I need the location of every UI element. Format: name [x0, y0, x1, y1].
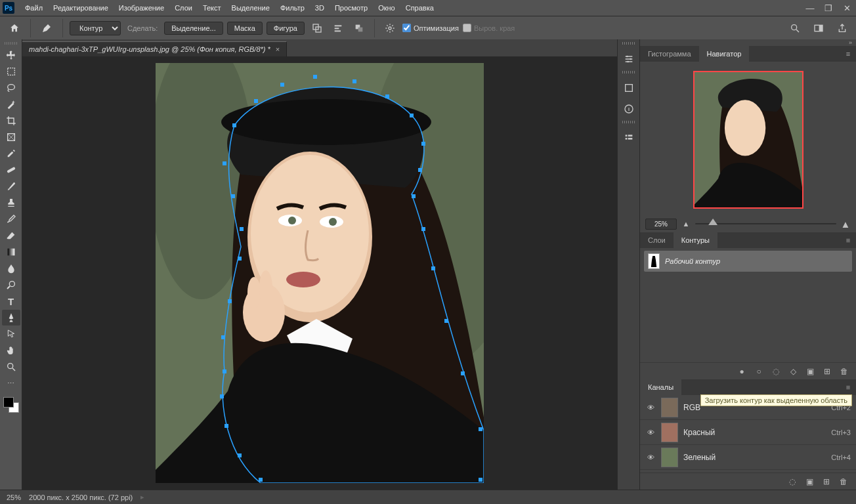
info-panel-icon-btn[interactable]: i	[620, 100, 638, 118]
navigator-preview[interactable]	[640, 62, 856, 215]
delete-path-icon[interactable]: 🗑	[838, 365, 851, 378]
heal-tool[interactable]	[2, 162, 20, 178]
brush-tool[interactable]	[2, 178, 20, 194]
channels-menu-icon[interactable]: ≡	[840, 379, 856, 395]
share-button[interactable]	[834, 20, 851, 37]
tab-layers[interactable]: Слои	[640, 232, 674, 248]
make-mask-button[interactable]: Маска	[227, 22, 263, 35]
path-align-button[interactable]	[330, 20, 347, 37]
foreground-color[interactable]	[3, 397, 14, 408]
search-icon	[790, 23, 800, 33]
add-mask-from-path-icon[interactable]: ▣	[803, 365, 817, 378]
menu-help[interactable]: Справка	[400, 0, 439, 16]
tab-histogram[interactable]: Гистограмма	[640, 46, 699, 62]
close-button[interactable]: ✕	[838, 0, 856, 16]
workspace-button[interactable]	[810, 20, 827, 37]
make-selection-button[interactable]: Выделение...	[164, 22, 223, 35]
color-panel-icon-btn[interactable]	[620, 50, 638, 68]
libraries-panel-icon-btn[interactable]	[620, 129, 638, 147]
toolbox-grip[interactable]	[5, 42, 18, 45]
navigator-zoom-slider[interactable]	[695, 223, 836, 224]
strip-grip-2[interactable]	[622, 71, 635, 74]
history-brush-tool[interactable]	[2, 211, 20, 227]
make-shape-button[interactable]: Фигура	[267, 22, 305, 35]
zoom-in-icon[interactable]: ▲	[840, 219, 851, 230]
channel-row[interactable]: 👁КрасныйCtrl+3	[640, 420, 856, 445]
path-arrange-button[interactable]	[351, 20, 368, 37]
zoom-tool[interactable]	[2, 359, 20, 375]
path-row-working[interactable]: Рабочий контур	[644, 251, 852, 272]
strip-grip-3[interactable]	[622, 121, 635, 123]
maximize-button[interactable]: ❐	[819, 0, 838, 16]
path-mode-dropdown[interactable]: Контур	[70, 21, 121, 35]
status-chevron-icon[interactable]: ▸	[140, 493, 144, 501]
eyedropper-tool[interactable]	[2, 146, 20, 161]
visibility-toggle-icon[interactable]: 👁	[645, 404, 656, 411]
menu-file[interactable]: Файл	[20, 0, 48, 16]
strip-grip[interactable]	[622, 42, 635, 45]
pen-tool[interactable]	[2, 310, 20, 326]
tab-channels[interactable]: Каналы	[640, 379, 681, 395]
optimize-checkbox-row[interactable]: Оптимизация	[402, 24, 459, 32]
save-selection-channel-icon[interactable]: ▣	[803, 476, 815, 488]
navigator-zoom-value[interactable]: 25%	[645, 219, 677, 230]
gear-button[interactable]	[381, 20, 398, 37]
hand-tool[interactable]	[2, 343, 20, 358]
menu-3d[interactable]: 3D	[310, 0, 330, 16]
optimize-checkbox[interactable]	[402, 24, 411, 32]
menu-window[interactable]: Окно	[373, 0, 400, 16]
wand-tool[interactable]	[2, 96, 20, 112]
delete-channel-icon[interactable]: 🗑	[838, 476, 849, 488]
tab-navigator[interactable]: Навигатор	[699, 46, 750, 62]
menu-filter[interactable]: Фильтр	[275, 0, 310, 16]
stamp-tool[interactable]	[2, 195, 20, 211]
load-path-selection-icon[interactable]: ◌	[769, 365, 782, 378]
visibility-toggle-icon[interactable]: 👁	[645, 429, 656, 436]
search-button[interactable]	[786, 20, 803, 37]
tool-preset-button[interactable]	[37, 19, 56, 37]
menu-edit[interactable]: Редактирование	[48, 0, 114, 16]
edit-toolbar-button[interactable]: ⋯	[2, 375, 20, 391]
menu-layers[interactable]: Слои	[169, 0, 198, 16]
minimize-button[interactable]: —	[801, 0, 819, 16]
color-swatch[interactable]	[3, 397, 19, 413]
gradient-tool[interactable]	[2, 244, 20, 260]
marquee-tool[interactable]	[2, 64, 20, 79]
close-tab-icon[interactable]: ×	[276, 45, 280, 53]
gradient-icon	[6, 247, 16, 257]
type-tool[interactable]: T	[2, 293, 20, 309]
menu-image[interactable]: Изображение	[114, 0, 169, 16]
status-zoom[interactable]: 25%	[7, 494, 21, 501]
menu-select[interactable]: Выделение	[226, 0, 275, 16]
home-button[interactable]	[5, 19, 24, 37]
channel-row[interactable]: 👁ЗеленыйCtrl+4	[640, 445, 856, 470]
dodge-tool[interactable]	[2, 277, 20, 293]
frame-tool[interactable]	[2, 129, 20, 145]
menu-view[interactable]: Просмотр	[330, 0, 373, 16]
path-ops-button[interactable]	[309, 20, 326, 37]
make-workpath-icon[interactable]: ◇	[786, 365, 800, 378]
navigator-menu-icon[interactable]: ≡	[840, 46, 856, 62]
blur-tool[interactable]	[2, 261, 20, 276]
fill-path-icon[interactable]: ●	[735, 365, 748, 378]
eraser-tool[interactable]	[2, 228, 20, 243]
path-select-tool[interactable]	[2, 326, 20, 342]
tab-paths[interactable]: Контуры	[674, 232, 717, 248]
collapse-panels-icon[interactable]: »	[849, 39, 852, 46]
paths-menu-icon[interactable]: ≡	[840, 232, 856, 248]
new-path-icon[interactable]: ⊞	[821, 365, 834, 378]
stroke-path-icon[interactable]: ○	[752, 365, 765, 378]
visibility-toggle-icon[interactable]: 👁	[645, 453, 656, 461]
crop-tool[interactable]	[2, 113, 20, 129]
properties-panel-icon-btn[interactable]	[620, 79, 638, 97]
menu-text[interactable]: Текст	[198, 0, 226, 16]
status-doc-info[interactable]: 2000 пикс. x 2500 пикс. (72 ppi)	[29, 494, 133, 501]
canvas[interactable]	[22, 56, 617, 490]
panels-grip[interactable]: »	[640, 39, 856, 46]
lasso-tool[interactable]	[2, 80, 20, 96]
zoom-out-icon[interactable]: ▲	[681, 220, 691, 228]
load-channel-selection-icon[interactable]: ◌	[786, 476, 798, 488]
document-tab[interactable]: mahdi-chaghari-3xTP_gWUIrg-unsplash.jpg …	[22, 41, 287, 56]
new-channel-icon[interactable]: ⊞	[821, 476, 832, 488]
move-tool[interactable]	[2, 47, 20, 63]
